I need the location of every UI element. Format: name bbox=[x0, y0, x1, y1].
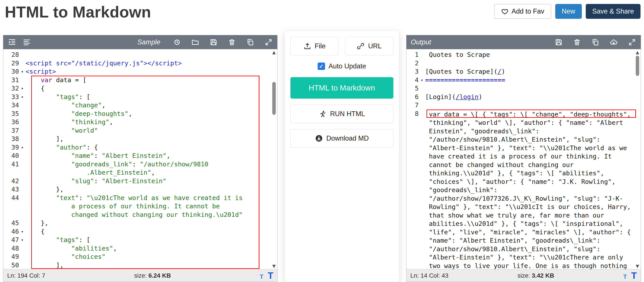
header-actions: Add to Fav New Save & Share bbox=[494, 4, 640, 19]
scrollbar-thumb[interactable] bbox=[636, 56, 639, 76]
sample-link[interactable]: Sample bbox=[138, 38, 160, 46]
auto-update-checkbox[interactable]: ✓ bbox=[318, 63, 325, 70]
code-line: 3[Quotes to Scrape](/) bbox=[406, 67, 641, 76]
code-line: 41 "goodreads_link": "/author/show/9810 bbox=[3, 160, 277, 169]
align-left-icon[interactable] bbox=[22, 38, 31, 47]
code-line: 1 Quotes to Scrape bbox=[406, 51, 641, 59]
copy-icon[interactable] bbox=[246, 38, 254, 47]
code-line: 38 ], bbox=[3, 135, 277, 143]
font-decrease-button[interactable]: T bbox=[623, 273, 627, 280]
code-line: 6[Login](/login) bbox=[406, 93, 641, 101]
output-vertical-scrollbar[interactable]: ▲ ▼ bbox=[634, 49, 641, 269]
file-button[interactable]: File bbox=[290, 37, 338, 55]
app: HTML to Markdown Add to Fav New Save & S… bbox=[0, 0, 644, 282]
output-toolbar-icons bbox=[554, 38, 636, 47]
code-line: 29<script src="/static/jquery.js"></scri… bbox=[3, 59, 277, 68]
code-line: 39▾ "author": { bbox=[3, 143, 277, 152]
add-to-fav-button[interactable]: Add to Fav bbox=[494, 4, 551, 19]
input-toolbar-icons bbox=[172, 38, 273, 47]
output-cursor-position: Ln: 14 Col: 43 bbox=[410, 272, 448, 279]
input-editor-panel: Sample 2829<script src="/static/jquery.j… bbox=[3, 35, 278, 282]
source-buttons-row: File URL bbox=[290, 37, 393, 55]
output-paragraph-line-number: 8 bbox=[406, 109, 419, 118]
runner-icon bbox=[319, 110, 326, 118]
code-line: 46▾ { bbox=[3, 227, 277, 236]
code-line: 48 "abilities", bbox=[3, 244, 277, 253]
cloud-download-icon[interactable] bbox=[609, 38, 618, 47]
save-icon[interactable] bbox=[554, 38, 563, 47]
code-line: 40 "name": "Albert Einstein", bbox=[3, 152, 277, 160]
code-line: 35 "deep-thoughts", bbox=[3, 109, 277, 118]
code-line: 34 "change", bbox=[3, 101, 277, 109]
code-line: 7 bbox=[406, 101, 641, 109]
trash-icon[interactable] bbox=[228, 38, 236, 47]
scrollbar-thumb[interactable] bbox=[272, 82, 276, 115]
folder-open-icon[interactable] bbox=[191, 38, 200, 47]
code-line: 50 ], bbox=[3, 261, 277, 269]
save-share-button[interactable]: Save & Share bbox=[586, 4, 640, 19]
add-to-fav-label: Add to Fav bbox=[512, 8, 544, 15]
scroll-up-arrow-icon[interactable]: ▲ bbox=[271, 50, 277, 55]
code-line: 5 bbox=[406, 84, 641, 93]
output-font-controls: T T bbox=[623, 270, 637, 281]
code-line: 44 "text": "\u201cThe world as we have c… bbox=[3, 194, 277, 202]
new-button[interactable]: New bbox=[555, 4, 582, 19]
output-size: size: 3.42 KB bbox=[448, 272, 623, 279]
convert-button[interactable]: HTML to Markdown bbox=[290, 77, 393, 99]
indent-icon[interactable] bbox=[8, 38, 16, 47]
output-size-value: 3.42 KB bbox=[532, 272, 554, 279]
input-status-bar: Ln: 194 Col: 7 size: 6.24 KB T T bbox=[3, 269, 277, 282]
url-button[interactable]: URL bbox=[345, 37, 393, 55]
code-line: a process of our thinking. It cannot be bbox=[3, 202, 277, 211]
font-increase-button[interactable]: T bbox=[631, 270, 637, 281]
input-toolbar: Sample bbox=[3, 35, 277, 49]
code-line: 30▾<script> bbox=[3, 67, 277, 76]
page-title: HTML to Markdown bbox=[5, 3, 151, 21]
history-icon[interactable] bbox=[172, 38, 181, 47]
code-line: 2 bbox=[406, 59, 641, 68]
output-code-content: 1 Quotes to Scrape23[Quotes to Scrape](/… bbox=[406, 51, 641, 109]
expand-icon[interactable] bbox=[628, 38, 636, 47]
run-html-label: RUN HTML bbox=[330, 110, 365, 118]
code-line: changed without changing our thinking.\u… bbox=[3, 211, 277, 219]
url-button-label: URL bbox=[368, 42, 382, 50]
code-line: 43 }, bbox=[3, 185, 277, 194]
link-icon bbox=[357, 42, 364, 50]
output-paragraph-row: 8 var data = \[ { "tags": \[ "change", "… bbox=[406, 109, 641, 118]
scroll-down-arrow-icon[interactable]: ▼ bbox=[271, 263, 277, 269]
page-header: HTML to Markdown Add to Fav New Save & S… bbox=[0, 0, 644, 28]
controls-column: File URL ✓ Auto Update HTML to Markdown … bbox=[278, 28, 406, 282]
upload-icon bbox=[304, 42, 311, 50]
file-button-label: File bbox=[315, 42, 326, 50]
scroll-down-arrow-icon[interactable]: ▼ bbox=[634, 263, 641, 269]
download-md-button[interactable]: Download MD bbox=[290, 129, 393, 148]
controls-card: File URL ✓ Auto Update HTML to Markdown … bbox=[284, 31, 399, 282]
input-code-area[interactable]: 2829<script src="/static/jquery.js"></sc… bbox=[3, 49, 277, 269]
output-toolbar: Output bbox=[406, 35, 641, 49]
code-line: 32▾ { bbox=[3, 84, 277, 93]
input-size-value: 6.24 KB bbox=[148, 272, 171, 279]
font-decrease-button[interactable]: T bbox=[260, 273, 264, 280]
code-line: 37 "world" bbox=[3, 126, 277, 135]
scroll-up-arrow-icon[interactable]: ▲ bbox=[634, 50, 641, 55]
output-code-area[interactable]: 1 Quotes to Scrape23[Quotes to Scrape](/… bbox=[406, 49, 641, 269]
input-font-controls: T T bbox=[260, 270, 273, 281]
copy-icon[interactable] bbox=[591, 38, 600, 47]
code-line: 42 "slug": "Albert-Einstein" bbox=[3, 177, 277, 185]
output-highlight-box: var data = \[ { "tags": \[ "change", "de… bbox=[426, 109, 636, 118]
input-cursor-position: Ln: 194 Col: 7 bbox=[7, 272, 45, 279]
input-vertical-scrollbar[interactable]: ▲ ▼ bbox=[271, 49, 277, 269]
code-line: 33▾ "tags": [ bbox=[3, 93, 277, 101]
save-icon[interactable] bbox=[209, 38, 218, 47]
input-size: size: 6.24 KB bbox=[45, 272, 260, 279]
output-status-bar: Ln: 14 Col: 43 size: 3.42 KB T T bbox=[406, 269, 641, 282]
run-html-button[interactable]: RUN HTML bbox=[290, 105, 393, 123]
code-line: 49 "choices" bbox=[3, 252, 277, 261]
output-editor-panel: Output 1 Quotes to Scrape23[Quotes to Sc… bbox=[406, 35, 641, 282]
auto-update-label: Auto Update bbox=[328, 62, 366, 70]
font-increase-button[interactable]: T bbox=[268, 270, 273, 281]
code-line: .Albert_Einstein", bbox=[3, 168, 277, 177]
code-line: 45 }, bbox=[3, 219, 277, 227]
trash-icon[interactable] bbox=[573, 38, 582, 47]
expand-icon[interactable] bbox=[264, 38, 273, 47]
